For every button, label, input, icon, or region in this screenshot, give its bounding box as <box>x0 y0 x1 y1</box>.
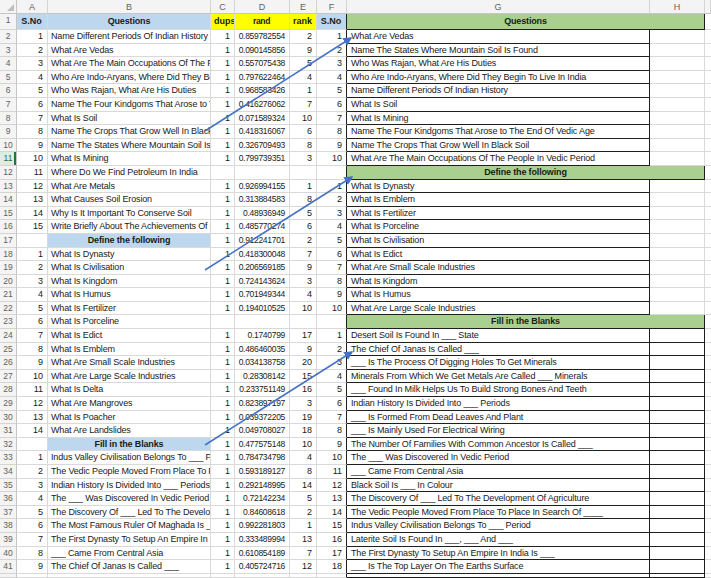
cell-G18[interactable]: What Is Edict <box>347 248 650 262</box>
cell-D6[interactable]: 0.968583426 <box>235 84 290 98</box>
cell-F39[interactable]: 16 <box>317 533 347 547</box>
col-header-G[interactable]: G <box>347 0 650 14</box>
cell-H9[interactable] <box>650 125 705 139</box>
cell-D18[interactable]: 0.418300048 <box>235 248 290 262</box>
cell-E1[interactable]: rank <box>290 14 317 30</box>
cell-F25[interactable]: 2 <box>317 343 347 357</box>
cell-F6[interactable]: 5 <box>317 84 347 98</box>
cell-G29[interactable]: Indian History Is Divided Into ___ Perio… <box>347 397 650 411</box>
col-header-F[interactable]: F <box>317 0 347 14</box>
cell-G20[interactable]: What Is Kingdom <box>347 275 650 289</box>
cell-E14[interactable]: 8 <box>290 193 317 207</box>
cell-B23[interactable]: What Is Porceline <box>48 315 211 329</box>
row-header-28[interactable]: 28 <box>0 383 17 397</box>
cell-G31[interactable]: ___ Is Mainly Used For Electrical Wiring <box>347 424 650 438</box>
cell-G16[interactable]: What Is Porceline <box>347 220 650 234</box>
cell-F19[interactable]: 7 <box>317 261 347 275</box>
cell-H6[interactable] <box>650 84 705 98</box>
cell-C30[interactable]: 1 <box>211 411 235 425</box>
cell-H7[interactable] <box>650 98 705 112</box>
cell-B32[interactable]: Fill in the Blanks <box>48 438 211 452</box>
cell-A26[interactable]: 9 <box>17 356 48 370</box>
cell-A19[interactable]: 2 <box>17 261 48 275</box>
cell-G10[interactable]: Name The Crops That Grow Well In Black S… <box>347 139 650 153</box>
row-header-37[interactable]: 37 <box>0 506 17 520</box>
cell-B1[interactable]: Questions <box>48 14 211 30</box>
cell-D12[interactable] <box>235 166 290 180</box>
cell-C19[interactable]: 1 <box>211 261 235 275</box>
cell-C11[interactable]: 1 <box>211 152 235 166</box>
cell-B26[interactable]: What Are Small Scale Industries <box>48 356 211 370</box>
cell-G7[interactable]: What Is Soil <box>347 98 650 112</box>
cell-B12[interactable]: Where Do We Find Petroleum In India <box>48 166 211 180</box>
cell-D28[interactable]: 0.233751149 <box>235 383 290 397</box>
cell-G33[interactable]: The ___ Was Discovered In Vedic Period <box>347 451 650 465</box>
cell-H26[interactable] <box>650 356 705 370</box>
cell-C24[interactable]: 1 <box>211 329 235 343</box>
row-header-6[interactable]: 6 <box>0 84 17 98</box>
cell-G1[interactable]: Questions <box>347 14 705 30</box>
row-header-11[interactable]: 11 <box>0 152 17 166</box>
cell-C36[interactable]: 1 <box>211 492 235 506</box>
cell-D15[interactable]: 0.48936949 <box>235 207 290 221</box>
cell-F42[interactable] <box>317 574 347 578</box>
row-header-3[interactable]: 3 <box>0 44 17 58</box>
cell-D3[interactable]: 0.090145856 <box>235 44 290 58</box>
cell-F4[interactable]: 3 <box>317 57 347 71</box>
row-header-17[interactable]: 17 <box>0 234 17 248</box>
cell-C40[interactable]: 1 <box>211 547 235 561</box>
cell-F27[interactable]: 4 <box>317 370 347 384</box>
cell-G4[interactable]: Who Was Rajan, What Are His Duties <box>347 57 650 71</box>
cell-B11[interactable]: What Is Mining <box>48 152 211 166</box>
col-header-E[interactable]: E <box>290 0 317 14</box>
cell-A28[interactable]: 11 <box>17 383 48 397</box>
cell-B5[interactable]: Who Are Indo-Aryans, Where Did They Begi… <box>48 71 211 85</box>
cell-B31[interactable]: What Are Landslides <box>48 424 211 438</box>
cell-H27[interactable] <box>650 370 705 384</box>
cell-A10[interactable]: 9 <box>17 139 48 153</box>
row-header-40[interactable]: 40 <box>0 547 17 561</box>
cell-G30[interactable]: ___ Is Formed From Dead Leaves And Plant <box>347 411 650 425</box>
cell-D13[interactable]: 0.926994155 <box>235 180 290 194</box>
cell-D8[interactable]: 0.071589324 <box>235 112 290 126</box>
cell-C23[interactable] <box>211 315 235 329</box>
cell-E42[interactable] <box>290 574 317 578</box>
cell-D1[interactable]: rand <box>235 14 290 30</box>
cell-D39[interactable]: 0.333489994 <box>235 533 290 547</box>
cell-C6[interactable]: 1 <box>211 84 235 98</box>
cell-A40[interactable]: 8 <box>17 547 48 561</box>
cell-G36[interactable]: The Discovery Of ___ Led To The Developm… <box>347 492 650 506</box>
cell-H18[interactable] <box>650 248 705 262</box>
cell-H36[interactable] <box>650 492 705 506</box>
cell-D25[interactable]: 0.486460035 <box>235 343 290 357</box>
cell-G38[interactable]: Indus Valley Civilisation Belongs To ___… <box>347 519 650 533</box>
row-header-4[interactable]: 4 <box>0 57 17 71</box>
cell-D26[interactable]: 0.034138758 <box>235 356 290 370</box>
cell-E13[interactable]: 1 <box>290 180 317 194</box>
cell-B14[interactable]: What Causes Soil Erosion <box>48 193 211 207</box>
cell-F18[interactable]: 6 <box>317 248 347 262</box>
cell-H30[interactable] <box>650 411 705 425</box>
cell-F24[interactable]: 1 <box>317 329 347 343</box>
cell-C35[interactable]: 1 <box>211 479 235 493</box>
cell-A32[interactable] <box>17 438 48 452</box>
row-header-15[interactable]: 15 <box>0 207 17 221</box>
cell-A14[interactable]: 13 <box>17 193 48 207</box>
cell-F23[interactable] <box>317 315 347 329</box>
cell-B6[interactable]: Who Was Rajan, What Are His Duties <box>48 84 211 98</box>
row-header-7[interactable]: 7 <box>0 98 17 112</box>
cell-F37[interactable]: 14 <box>317 506 347 520</box>
cell-D24[interactable]: 0.1740799 <box>235 329 290 343</box>
cell-A3[interactable]: 2 <box>17 44 48 58</box>
cell-D27[interactable]: 0.28308142 <box>235 370 290 384</box>
row-header-27[interactable]: 27 <box>0 370 17 384</box>
cell-A30[interactable]: 13 <box>17 411 48 425</box>
cell-C22[interactable]: 1 <box>211 302 235 316</box>
cell-F22[interactable]: 10 <box>317 302 347 316</box>
cell-C16[interactable]: 1 <box>211 220 235 234</box>
col-header-D[interactable]: D <box>235 0 290 14</box>
cell-C26[interactable]: 1 <box>211 356 235 370</box>
cell-A34[interactable]: 2 <box>17 465 48 479</box>
cell-A21[interactable]: 4 <box>17 288 48 302</box>
row-header-2[interactable]: 2 <box>0 30 17 44</box>
